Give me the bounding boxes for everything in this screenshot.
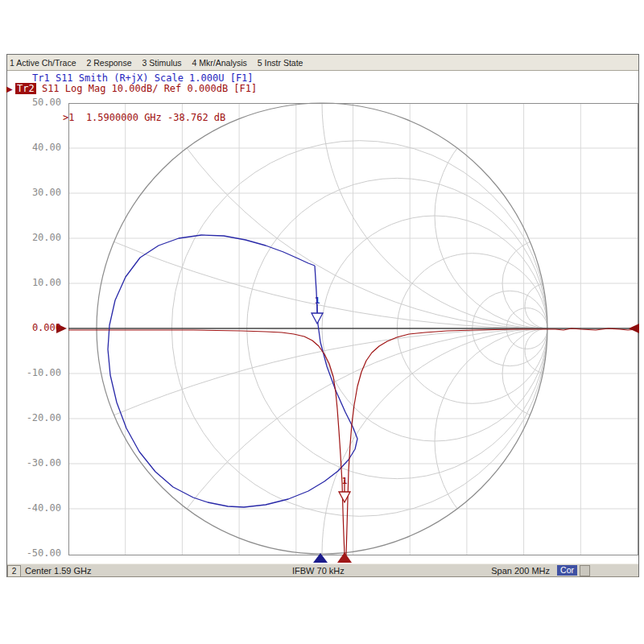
marker-readout: >1 1.5900000 GHz -38.762 dB bbox=[63, 112, 225, 123]
y-axis-label: -30.00 bbox=[13, 458, 61, 469]
y-axis-label: 50.00 bbox=[13, 97, 61, 108]
correction-on-badge: Cor bbox=[557, 565, 577, 576]
y-axis-label: 20.00 bbox=[13, 233, 61, 243]
menu-active-ch-trace[interactable]: 1 Active Ch/Trace bbox=[10, 58, 76, 68]
y-axis-label: 10.00 bbox=[13, 278, 61, 288]
trace2-legend[interactable]: Tr2 S11 Log Mag 10.00dB/ Ref 0.000dB [F1… bbox=[15, 84, 257, 94]
menu-mkr-analysis[interactable]: 4 Mkr/Analysis bbox=[192, 58, 247, 68]
y-axis-label: -20.00 bbox=[13, 413, 61, 423]
span-readout: Span 200 MHz bbox=[491, 565, 550, 576]
status-indicator-box bbox=[580, 565, 590, 576]
y-axis-label: 30.00 bbox=[13, 188, 61, 198]
y-axis-ref-label: 0.000 bbox=[13, 323, 61, 333]
y-axis-label: -10.00 bbox=[13, 368, 61, 378]
marker1-number-red: 1 bbox=[340, 477, 349, 485]
marker1-number-blue: 1 bbox=[312, 296, 322, 305]
center-frequency-readout: Center 1.59 GHz bbox=[25, 565, 92, 576]
trace1-name: Tr1 bbox=[32, 72, 50, 84]
status-bar: 2 Center 1.59 GHz IFBW 70 kHz Span 200 M… bbox=[7, 564, 638, 577]
instrument-screen: 1 Active Ch/Trace 2 Response 3 Stimulus … bbox=[0, 0, 644, 644]
y-axis-label: -40.00 bbox=[13, 503, 61, 514]
channel-number-box: 2 bbox=[7, 565, 21, 577]
menu-bar: 1 Active Ch/Trace 2 Response 3 Stimulus … bbox=[7, 55, 638, 71]
trace1-format: S11 Smith (R+jX) Scale 1.000U [F1] bbox=[56, 72, 254, 84]
trace2-format: S11 Log Mag 10.00dB/ Ref 0.000dB [F1] bbox=[42, 83, 257, 94]
menu-instr-state[interactable]: 5 Instr State bbox=[258, 58, 303, 68]
y-axis-label: -50.00 bbox=[13, 548, 61, 559]
y-axis-label: 40.00 bbox=[13, 142, 61, 153]
ifbw-readout: IFBW 70 kHz bbox=[292, 565, 345, 576]
active-trace-arrow-icon: ▶ bbox=[6, 84, 13, 94]
screen-frame bbox=[6, 54, 639, 577]
menu-response[interactable]: 2 Response bbox=[86, 58, 131, 68]
menu-stimulus[interactable]: 3 Stimulus bbox=[142, 58, 182, 68]
trace2-name: Tr2 bbox=[15, 83, 36, 94]
